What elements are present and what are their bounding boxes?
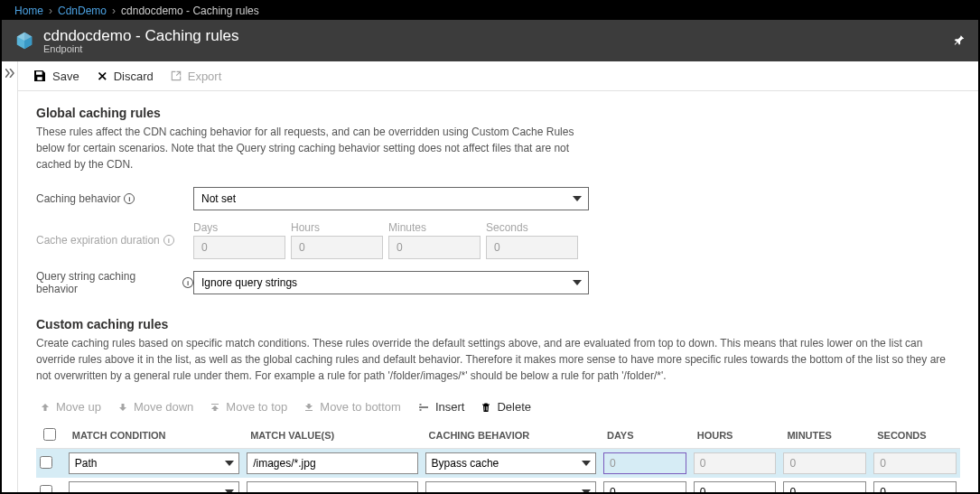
col-seconds: SECONDS [870, 423, 960, 449]
custom-section-title: Custom caching rules [36, 317, 960, 331]
row-days-input [603, 452, 686, 474]
table-row: Path Bypass cache [36, 449, 960, 479]
breadcrumb-separator: › [49, 5, 52, 17]
seconds-input [486, 236, 578, 259]
row-seconds-input [873, 452, 957, 474]
breadcrumb-current: cdndocdemo - Caching rules [121, 5, 259, 17]
minutes-input [388, 236, 481, 259]
hours-input [291, 236, 383, 259]
query-caching-label: Query string caching behavior i [36, 270, 193, 295]
command-bar: Save Discard Export [18, 61, 978, 91]
select-all-checkbox[interactable] [43, 428, 56, 441]
export-label: Export [188, 70, 222, 83]
global-section-title: Global caching rules [36, 106, 960, 120]
blade-header: cdndocdemo - Caching rules Endpoint [2, 20, 978, 61]
seconds-label: Seconds [486, 221, 578, 234]
movedown-button[interactable]: Move down [117, 400, 193, 414]
row-minutes-input [783, 452, 866, 474]
custom-section-desc: Create caching rules based on specific m… [36, 335, 960, 384]
caching-behavior-select[interactable] [425, 481, 596, 494]
export-button[interactable]: Export [170, 70, 222, 83]
insert-button[interactable]: Insert [417, 400, 465, 414]
pin-icon[interactable] [953, 34, 966, 47]
hours-label: Hours [291, 221, 383, 234]
discard-label: Discard [114, 70, 154, 83]
col-match-condition: MATCH CONDITION [65, 423, 243, 449]
rules-toolbar: Move up Move down Move to top Move to bo… [36, 400, 960, 414]
caching-behavior-select[interactable]: Bypass cache [425, 452, 596, 474]
row-seconds-input[interactable] [873, 481, 957, 494]
save-label: Save [52, 70, 79, 83]
days-input [193, 236, 285, 259]
movebottom-button[interactable]: Move to bottom [303, 400, 401, 414]
col-days: DAYS [600, 423, 690, 449]
info-icon[interactable]: i [124, 193, 135, 204]
breadcrumb: Home › CdnDemo › cdndocdemo - Caching ru… [2, 2, 978, 20]
match-value-input[interactable] [247, 481, 417, 494]
breadcrumb-separator: › [112, 5, 116, 17]
caching-behavior-label: Caching behavior i [36, 192, 193, 205]
page-title: cdndocdemo - Caching rules [43, 27, 238, 45]
row-hours-input [694, 452, 777, 474]
breadcrumb-home[interactable]: Home [14, 5, 43, 17]
breadcrumb-cdndemo[interactable]: CdnDemo [58, 5, 107, 17]
delete-button[interactable]: Delete [481, 400, 531, 414]
info-icon[interactable]: i [163, 235, 174, 246]
save-button[interactable]: Save [33, 69, 79, 83]
match-condition-select[interactable]: Path [69, 452, 239, 474]
row-minutes-input[interactable] [783, 481, 866, 494]
col-hours: HOURS [690, 423, 780, 449]
row-hours-input[interactable] [694, 481, 777, 494]
days-label: Days [193, 221, 285, 234]
sidebar-toggle[interactable] [2, 61, 18, 494]
info-icon[interactable]: i [182, 277, 193, 288]
row-days-input[interactable] [603, 481, 686, 494]
match-value-input[interactable] [247, 452, 417, 474]
rules-table: MATCH CONDITION MATCH VALUE(S) CACHING B… [36, 423, 960, 494]
table-row [36, 478, 960, 494]
row-checkbox[interactable] [40, 456, 52, 469]
col-minutes: MINUTES [779, 423, 870, 449]
discard-button[interactable]: Discard [96, 70, 154, 83]
endpoint-icon [14, 31, 34, 51]
movetop-button[interactable]: Move to top [210, 400, 287, 414]
query-caching-select[interactable]: Ignore query strings [193, 271, 589, 294]
col-match-values: MATCH VALUE(S) [243, 423, 421, 449]
col-caching-behavior: CACHING BEHAVIOR [422, 423, 600, 449]
minutes-label: Minutes [388, 221, 481, 234]
caching-behavior-select[interactable]: Not set [193, 187, 589, 210]
cache-duration-label: Cache expiration duration i [36, 234, 193, 247]
row-checkbox[interactable] [40, 485, 52, 495]
moveup-button[interactable]: Move up [40, 400, 101, 414]
match-condition-select[interactable] [69, 481, 239, 494]
global-section-desc: These rules affect the CDN caching behav… [36, 124, 596, 172]
